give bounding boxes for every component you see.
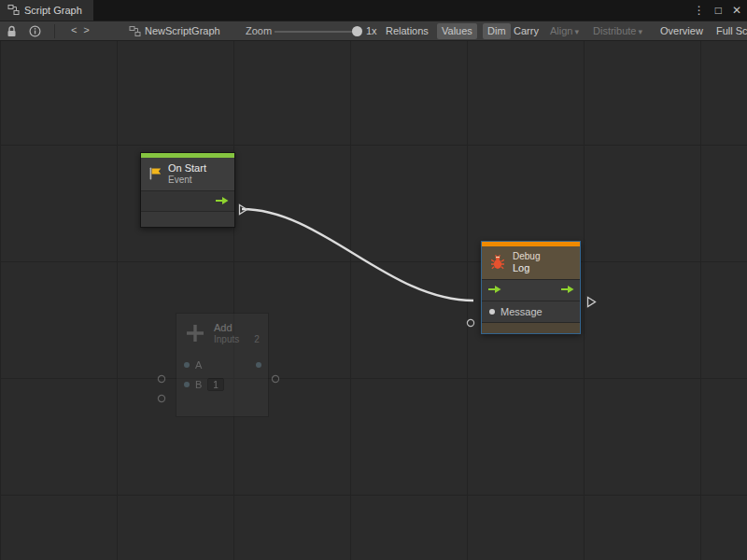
graph-name-label[interactable]: NewScriptGraph bbox=[145, 25, 220, 36]
value-port-dot-icon[interactable] bbox=[184, 382, 190, 387]
zoom-label: Zoom bbox=[246, 25, 272, 36]
script-graph-window: Script Graph ⋮ □ ✕ < > bbox=[0, 0, 747, 560]
inputs-count: 2 bbox=[254, 334, 260, 345]
add-input-a-row: A bbox=[176, 355, 268, 374]
sum-output-dot-icon[interactable] bbox=[256, 362, 261, 368]
distribute-dropdown[interactable]: Distribute▾ bbox=[588, 23, 647, 39]
input-b-label: B bbox=[195, 379, 202, 390]
values-toggle[interactable]: Values bbox=[437, 23, 477, 39]
add-header: Add Inputs 2 bbox=[176, 314, 268, 355]
zoom-slider-thumb[interactable] bbox=[352, 26, 362, 36]
node-add[interactable]: Add Inputs 2 A B 1 bbox=[176, 313, 269, 417]
add-output-port[interactable] bbox=[271, 371, 280, 387]
toolbar-separator bbox=[54, 24, 55, 38]
carry-toggle[interactable]: Carry bbox=[509, 23, 543, 39]
graph-canvas[interactable]: On Start Event bbox=[0, 41, 747, 560]
fullscreen-button[interactable]: Full Screen bbox=[712, 23, 747, 39]
align-dropdown[interactable]: Align▾ bbox=[545, 23, 584, 39]
code-view-icon[interactable]: < > bbox=[71, 25, 90, 36]
script-graph-tab-icon bbox=[7, 4, 20, 18]
zoom-value: 1x bbox=[366, 25, 377, 36]
relations-toggle[interactable]: Relations bbox=[381, 23, 433, 39]
chevron-down-icon: ▾ bbox=[638, 27, 642, 36]
plus-icon bbox=[184, 322, 206, 346]
input-b-value-field[interactable]: 1 bbox=[207, 378, 224, 391]
dim-toggle[interactable]: Dim bbox=[483, 23, 511, 39]
graph-asset-icon bbox=[129, 25, 141, 39]
tab-script-graph[interactable]: Script Graph bbox=[0, 0, 93, 21]
maximize-icon[interactable]: □ bbox=[715, 4, 722, 17]
overview-button[interactable]: Overview bbox=[655, 23, 708, 39]
lock-icon[interactable] bbox=[7, 25, 17, 39]
add-input-b-row: B 1 bbox=[176, 374, 268, 394]
node-title: Add bbox=[214, 322, 260, 334]
add-input-b-port[interactable] bbox=[157, 390, 166, 407]
chevron-down-icon: ▾ bbox=[574, 27, 579, 36]
add-input-a-port[interactable] bbox=[157, 371, 166, 387]
title-bar: Script Graph ⋮ □ ✕ bbox=[0, 0, 747, 21]
menu-icon[interactable]: ⋮ bbox=[694, 4, 705, 17]
node-subtitle: Inputs bbox=[214, 334, 239, 345]
zoom-slider[interactable] bbox=[275, 31, 357, 33]
window-controls: ⋮ □ ✕ bbox=[694, 0, 741, 21]
dimmed-node-group: Add Inputs 2 A B 1 bbox=[0, 41, 747, 560]
tab-label: Script Graph bbox=[24, 5, 82, 16]
input-a-label: A bbox=[195, 359, 202, 371]
info-icon[interactable] bbox=[29, 25, 41, 39]
close-icon[interactable]: ✕ bbox=[732, 4, 741, 17]
graph-toolbar: < > NewScriptGraph Zoom 1x Relations Val… bbox=[0, 21, 747, 41]
value-port-dot-icon[interactable] bbox=[184, 362, 190, 368]
